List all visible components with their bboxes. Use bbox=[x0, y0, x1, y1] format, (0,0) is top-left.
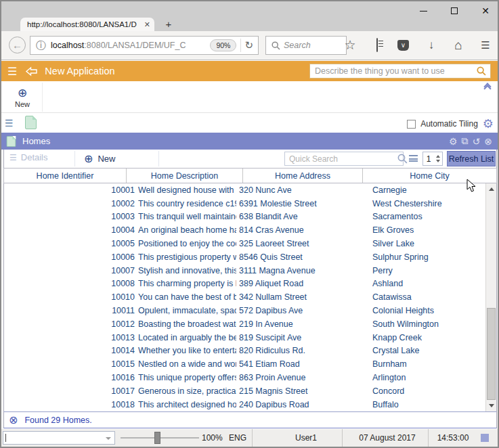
minimize-icon bbox=[420, 11, 427, 12]
page-zoom-badge[interactable]: 90% bbox=[210, 39, 236, 51]
table-row[interactable]: 10018This architect designed home240 Dap… bbox=[4, 398, 485, 411]
pocket-icon[interactable]: ∨ bbox=[397, 40, 411, 51]
cell-id: 10004 bbox=[4, 225, 135, 235]
quick-search-input[interactable] bbox=[285, 154, 394, 164]
table-row[interactable]: 10010You can have the best of both342 Nu… bbox=[4, 290, 485, 304]
url-bar[interactable]: ⓘ localhost:8080/LANSA1/DEM/UF_C 90% ↻ bbox=[30, 36, 259, 55]
app-back-icon[interactable] bbox=[25, 66, 38, 76]
window-history-icon[interactable] bbox=[473, 136, 481, 147]
home-icon[interactable] bbox=[452, 38, 465, 53]
cell-id: 10006 bbox=[4, 252, 135, 262]
bookmark-star-icon[interactable] bbox=[343, 37, 357, 53]
reload-icon[interactable]: ↻ bbox=[244, 39, 253, 51]
cell-description: Nestled on a wide and wonde bbox=[135, 359, 236, 369]
browser-search-input[interactable] bbox=[284, 41, 338, 50]
search-icon bbox=[477, 66, 486, 76]
details-button[interactable]: Details bbox=[9, 152, 48, 162]
table-row[interactable]: 10001Well designed house with cent320 Nu… bbox=[4, 183, 485, 197]
app-menu-icon[interactable] bbox=[7, 65, 17, 78]
column-header-home-identifier[interactable]: Home Identifier bbox=[4, 169, 127, 183]
site-info-icon[interactable]: ⓘ bbox=[36, 39, 46, 52]
tab-close-icon[interactable]: ✕ bbox=[144, 20, 150, 29]
new-tab-button[interactable]: + bbox=[162, 18, 175, 30]
quick-search[interactable] bbox=[284, 152, 404, 166]
window-close-icon[interactable] bbox=[484, 136, 492, 147]
table-row[interactable]: 10016This unique property offers y863 Pr… bbox=[4, 371, 485, 384]
table-row[interactable]: 10015Nestled on a wide and wonde541 Etia… bbox=[4, 357, 485, 371]
clear-message-icon[interactable] bbox=[9, 413, 18, 426]
maximize-button[interactable] bbox=[449, 5, 460, 16]
status-combobox[interactable] bbox=[3, 431, 115, 445]
new-home-button[interactable]: New bbox=[84, 152, 115, 165]
refresh-list-button[interactable]: Refresh List bbox=[447, 151, 496, 166]
table-row[interactable]: 10012Boasting the broadest water219 In A… bbox=[4, 317, 485, 331]
scrollbar-thumb[interactable] bbox=[487, 308, 496, 400]
cell-city: Crystal Lake bbox=[364, 346, 485, 355]
page-number-stepper[interactable] bbox=[422, 152, 443, 166]
cell-address: 8546 Quis Street bbox=[236, 252, 364, 262]
table-row[interactable]: 10007Stylish and innovative, this h3111 … bbox=[4, 264, 485, 277]
browser-tab[interactable]: http://localhost:8080/LANSA1/D ✕ bbox=[20, 18, 154, 31]
homes-document-icon[interactable] bbox=[25, 116, 37, 129]
downloads-icon[interactable] bbox=[425, 39, 438, 52]
menu-icon[interactable] bbox=[479, 39, 492, 52]
stepper-arrows[interactable] bbox=[434, 152, 442, 165]
cell-address: 342 Nullam Street bbox=[236, 292, 364, 302]
browser-titlebar: ✕ http://localhost:8080/LANSA1/D ✕ + bbox=[1, 1, 498, 31]
column-header-home-address[interactable]: Home Address bbox=[243, 169, 363, 183]
table-row[interactable]: 10008This charming property is bea389 Al… bbox=[4, 277, 485, 291]
cell-address: 863 Proin Avenue bbox=[236, 373, 364, 382]
window-tile-icon[interactable] bbox=[462, 135, 469, 147]
homes-window-titlebar[interactable]: Homes bbox=[1, 133, 498, 150]
cell-description: Located in arguably the best bbox=[135, 333, 236, 342]
table-row[interactable]: 10014Whether you like to entertain820 Ri… bbox=[4, 344, 485, 358]
divider bbox=[428, 429, 429, 447]
page-size-icon[interactable] bbox=[409, 155, 418, 162]
close-button[interactable]: ✕ bbox=[480, 5, 491, 16]
column-header-home-description[interactable]: Home Description bbox=[127, 169, 243, 183]
page-number-input[interactable] bbox=[423, 152, 434, 165]
table-row[interactable]: 10013Located in arguably the best819 Sus… bbox=[4, 331, 485, 344]
windows-menu-icon[interactable] bbox=[5, 118, 14, 129]
scroll-up-icon[interactable] bbox=[489, 187, 494, 191]
back-button[interactable]: ← bbox=[9, 37, 26, 53]
step-up-icon[interactable] bbox=[436, 155, 440, 158]
search-icon bbox=[397, 154, 408, 164]
table-row[interactable]: 10002This country residence c19056391 Mo… bbox=[4, 197, 485, 210]
table-row[interactable]: 10011Opulent, immaculate, spaciou572 Dap… bbox=[4, 304, 485, 317]
window-settings-icon[interactable] bbox=[449, 136, 458, 147]
step-down-icon[interactable] bbox=[436, 160, 440, 162]
table-row[interactable]: 10004An original beach home has t814 Cra… bbox=[4, 223, 485, 237]
app-search-input[interactable] bbox=[310, 66, 473, 76]
theme-color-swatch bbox=[481, 434, 489, 442]
cell-city: Catawissa bbox=[364, 292, 485, 302]
pocket-glyph: ∨ bbox=[397, 40, 409, 51]
table-row[interactable]: 10005Positioned to enjoy the cool s325 L… bbox=[4, 237, 485, 250]
combo-dropdown-icon[interactable] bbox=[106, 437, 111, 440]
details-icon bbox=[9, 153, 17, 162]
scroll-down-icon[interactable] bbox=[489, 404, 494, 407]
vertical-scrollbar[interactable] bbox=[485, 183, 496, 411]
cell-description: This charming property is bea bbox=[135, 279, 236, 288]
table-row[interactable]: 10003This tranquil well maintained638 Bl… bbox=[4, 210, 485, 224]
browser-search[interactable] bbox=[265, 36, 347, 55]
homes-window-icons bbox=[449, 133, 492, 150]
cell-address: 215 Magnis Street bbox=[236, 386, 364, 396]
zoom-slider[interactable] bbox=[121, 437, 199, 439]
ribbon-new-button[interactable]: New bbox=[7, 83, 38, 112]
app-header: New Application bbox=[1, 61, 498, 81]
cell-id: 10018 bbox=[4, 400, 135, 409]
collapse-ribbon-icon[interactable] bbox=[483, 84, 492, 93]
browser-navbar: ← ⓘ localhost:8080/LANSA1/DEM/UF_C 90% ↻… bbox=[1, 31, 498, 60]
automatic-tiling-checkbox[interactable] bbox=[407, 120, 416, 129]
reading-list-icon[interactable] bbox=[370, 39, 384, 52]
cell-description: This country residence c1905 bbox=[135, 199, 236, 208]
settings-gear-icon[interactable] bbox=[483, 116, 494, 131]
cell-address: 572 Dapibus Ave bbox=[236, 306, 364, 315]
table-row[interactable]: 10006This prestigious property wou8546 Q… bbox=[4, 250, 485, 264]
table-row[interactable]: 10017Generous in size, practical in215 M… bbox=[4, 384, 485, 398]
cell-address: 638 Blandit Ave bbox=[236, 212, 364, 221]
minimize-button[interactable] bbox=[418, 5, 429, 16]
app-search[interactable] bbox=[309, 64, 491, 79]
zoom-slider-thumb[interactable] bbox=[154, 432, 160, 444]
